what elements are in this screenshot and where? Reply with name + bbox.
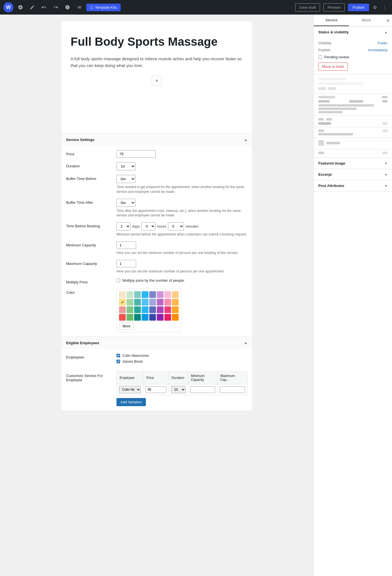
pending-review-checkbox[interactable] <box>318 55 322 59</box>
color-swatch-11[interactable] <box>142 299 148 306</box>
service-settings-panel: Service Settings ▲ Price Duration <box>62 133 252 411</box>
publish-row: Publish Immediately <box>318 48 388 52</box>
color-swatch-22[interactable] <box>164 306 171 313</box>
customize-service-control: Employee Price Duration Minimum Capacity… <box>116 371 248 406</box>
color-swatch-25[interactable] <box>127 314 133 321</box>
multiply-price-checkbox-row[interactable]: Multiply price by the number of people. <box>116 278 248 283</box>
save-draft-button[interactable]: Save draft <box>295 3 320 11</box>
sidebar-tabs-row: Service Block ✕ <box>314 15 392 27</box>
color-swatch-8[interactable] <box>119 299 126 306</box>
more-tools-button[interactable]: ⋮ <box>381 3 389 12</box>
color-swatch-4[interactable] <box>149 291 156 298</box>
template-kits-button[interactable]: ⬡ Template Kits <box>86 4 121 11</box>
employee-name-james: James Bond <box>122 359 143 364</box>
time-before-minutes-select[interactable]: 0 15 30 <box>168 222 184 230</box>
settings-icon-button[interactable]: ⚙ <box>371 3 379 12</box>
color-swatch-17[interactable] <box>127 306 133 313</box>
max-capacity-desc: Here you can set the maximum number of p… <box>116 269 248 274</box>
employee-item-james[interactable]: James Bond <box>116 359 248 364</box>
status-visibility-header[interactable]: Status & visibility ▲ <box>314 27 392 38</box>
color-swatch-3[interactable] <box>142 291 148 298</box>
color-swatch-7[interactable] <box>172 291 179 298</box>
color-swatch-6[interactable] <box>164 291 171 298</box>
color-more-button[interactable]: More <box>119 323 134 330</box>
publish-field-value[interactable]: Immediately <box>368 48 388 52</box>
color-swatch-19[interactable] <box>142 306 148 313</box>
list-view-toolbar-button[interactable] <box>74 3 84 11</box>
employee-checkbox-colin[interactable] <box>116 354 120 357</box>
row-min-capacity-input[interactable] <box>190 386 215 393</box>
time-before-days-select[interactable]: 1 2 3 <box>116 222 130 230</box>
post-attributes-header[interactable]: Post Attributes ▼ <box>314 180 392 191</box>
add-variation-button[interactable]: Add Variation <box>116 398 146 406</box>
color-swatch-24[interactable] <box>119 314 126 321</box>
color-swatch-27[interactable] <box>142 314 148 321</box>
tab-service[interactable]: Service <box>314 15 349 26</box>
buffer-after-select[interactable]: 0m 5m 10m <box>116 199 136 207</box>
color-swatch-5[interactable] <box>157 291 164 298</box>
info-toolbar-button[interactable] <box>63 3 72 11</box>
edit-toolbar-button[interactable] <box>27 3 37 11</box>
duration-label: Duration <box>66 162 116 168</box>
color-swatch-10[interactable] <box>134 299 141 306</box>
eligible-employees-chevron: ▲ <box>244 341 248 345</box>
add-block-button[interactable]: + <box>152 76 162 86</box>
color-swatch-2[interactable] <box>134 291 141 298</box>
employee-row-select[interactable]: Colin Newcomer James Bond <box>119 386 141 393</box>
color-swatch-23[interactable] <box>172 306 179 313</box>
eligible-employees-header[interactable]: Eligible Employees ▲ <box>62 337 252 349</box>
visibility-value[interactable]: Public <box>378 41 388 45</box>
preview-button[interactable]: Preview <box>323 3 345 11</box>
color-swatch-14[interactable] <box>164 299 171 306</box>
row-max-capacity-input[interactable] <box>220 386 245 393</box>
max-capacity-input[interactable] <box>116 260 136 267</box>
featured-image-header[interactable]: Featured image ▼ <box>314 158 392 169</box>
post-body[interactable]: A full body sports massage designed to r… <box>71 55 243 69</box>
color-swatch-16[interactable] <box>119 306 126 313</box>
color-swatch-12[interactable] <box>149 299 156 306</box>
row-duration-select[interactable]: 1h 30m <box>171 386 186 393</box>
color-swatch-21[interactable] <box>157 306 164 313</box>
color-swatch-13[interactable] <box>157 299 164 306</box>
color-swatch-31[interactable] <box>172 314 179 321</box>
min-capacity-input[interactable] <box>116 241 136 249</box>
tab-block[interactable]: Block <box>349 15 384 26</box>
buffer-before-select[interactable]: 0m 5m 10m <box>116 175 136 183</box>
color-swatch-9[interactable] <box>127 299 133 306</box>
service-settings-title: Service Settings <box>66 138 94 142</box>
min-capacity-desc: Here you can set the minimum number of p… <box>116 251 248 255</box>
color-swatch-18[interactable] <box>134 306 141 313</box>
undo-toolbar-button[interactable] <box>39 3 49 11</box>
color-swatch-15[interactable] <box>172 299 179 306</box>
employee-item-colin[interactable]: Colin Newcomer <box>116 353 248 358</box>
blurred-row-4 <box>318 118 388 121</box>
color-swatch-1[interactable] <box>127 291 133 298</box>
publish-button[interactable]: Publish <box>348 4 369 11</box>
sidebar-close-button[interactable]: ✕ <box>384 16 392 26</box>
color-swatch-26[interactable] <box>134 314 141 321</box>
add-block-toolbar-button[interactable] <box>16 3 25 11</box>
buffer-after-control: 0m 5m 10m Time after the appointment (re… <box>116 199 248 218</box>
max-capacity-label: Maximum Capacity <box>66 260 116 266</box>
color-swatch-30[interactable] <box>164 314 171 321</box>
employee-checkbox-james[interactable] <box>116 360 120 363</box>
duration-select[interactable]: 1h 30m 2h <box>116 162 136 170</box>
price-input[interactable] <box>116 150 156 158</box>
time-before-hours-select[interactable]: 0 1 <box>141 222 155 230</box>
color-swatch-29[interactable] <box>157 314 164 321</box>
multiply-price-checkbox[interactable] <box>116 279 120 282</box>
color-swatch-20[interactable] <box>149 306 156 313</box>
service-settings-chevron: ▲ <box>244 138 248 142</box>
redo-toolbar-button[interactable] <box>51 3 60 11</box>
excerpt-header[interactable]: Excerpt ▼ <box>314 169 392 180</box>
color-swatch-28[interactable] <box>149 314 156 321</box>
move-to-trash-button[interactable]: Move to trash <box>318 63 348 71</box>
wp-logo: W <box>3 2 13 12</box>
post-title[interactable]: Full Body Sports Massage <box>71 35 243 49</box>
td-max-capacity <box>217 384 247 395</box>
blurred-row-6 <box>318 129 388 132</box>
row-price-input[interactable] <box>146 386 166 393</box>
service-settings-header[interactable]: Service Settings ▲ <box>62 134 252 146</box>
color-swatch-0[interactable] <box>119 291 126 298</box>
blurred-row-7 <box>318 140 388 146</box>
